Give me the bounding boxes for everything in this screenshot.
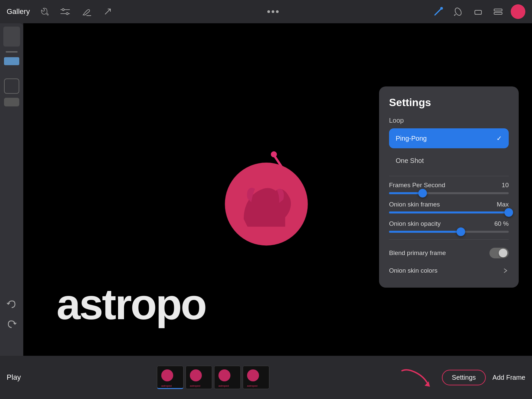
fps-slider-fill [389,192,423,194]
play-button[interactable]: Play [7,373,21,382]
blend-primary-label: Blend primary frame [389,249,446,257]
color-swatch[interactable] [511,4,525,19]
onion-opacity-label: Onion skin opacity [389,220,441,227]
logo-illustration [210,144,323,258]
top-bar-left: Gallery [7,4,115,19]
layer-thumbnail-1[interactable] [3,27,20,47]
one-shot-option[interactable]: One Shot [389,151,509,171]
add-frame-button[interactable]: Add Frame [492,374,525,381]
layers-tool[interactable] [491,4,505,19]
onion-frames-label: Onion skin frames [389,201,440,208]
fps-label-row: Frames Per Second 10 [389,182,509,189]
adjustments-button[interactable] [58,4,72,19]
stroke-button[interactable] [79,4,94,19]
settings-arrow-annotation [395,364,435,391]
svg-text:astroped: astroped [161,384,172,387]
onion-frames-slider-thumb[interactable] [504,208,513,217]
fps-slider-track[interactable] [389,192,509,194]
eraser-tool[interactable] [471,4,485,19]
frame-thumb-3[interactable]: astroped [214,366,241,389]
undo-redo-controls [3,296,20,332]
onion-frames-slider-track[interactable] [389,211,509,213]
svg-point-0 [62,9,64,11]
toggle-knob [499,249,507,257]
undo-button[interactable] [3,296,20,313]
gallery-button[interactable]: Gallery [7,7,30,16]
frame-thumb-4[interactable]: astroped [243,366,269,389]
svg-point-3 [66,13,68,15]
smudge-tool[interactable] [451,4,466,19]
bottom-actions: Settings Add Frame [395,364,525,391]
onion-frames-slider-row: Onion skin frames Max [389,201,509,213]
canvas-text: astropo [57,279,206,329]
svg-point-9 [440,7,443,10]
svg-line-8 [435,8,442,15]
svg-line-7 [105,9,110,14]
onion-opacity-slider-row: Onion skin opacity 60 % [389,220,509,233]
sidebar-slider [6,51,18,53]
more-options-icon[interactable] [267,10,279,13]
loop-label: Loop [389,117,509,124]
blend-primary-row: Blend primary frame [389,245,509,261]
top-bar-center [267,10,279,13]
onion-colors-row[interactable]: Onion skin colors [389,264,509,278]
settings-panel: Settings Loop Ping-Pong ✓ One Shot Frame… [379,86,519,288]
divider-2 [389,239,509,240]
svg-point-20 [161,369,173,381]
sidebar-small-box[interactable] [4,98,19,106]
top-bar-right [431,4,525,19]
onion-opacity-slider-thumb[interactable] [457,227,465,236]
blend-primary-toggle[interactable] [489,248,509,258]
svg-rect-14 [494,9,502,11]
frame-thumb-1[interactable]: astroped [157,366,184,389]
chevron-right-icon [502,267,509,274]
layer-thumbnail-active[interactable] [4,57,19,65]
onion-opacity-slider-fill [389,231,461,233]
fps-label: Frames Per Second [389,182,445,189]
onion-frames-label-row: Onion skin frames Max [389,201,509,208]
ping-pong-label: Ping-Pong [396,135,427,142]
export-button[interactable] [100,4,115,19]
onion-opacity-value: 60 % [494,220,509,227]
svg-text:astroped: astroped [218,384,229,387]
one-shot-label: One Shot [396,157,424,165]
ping-pong-option[interactable]: Ping-Pong ✓ [389,128,509,148]
svg-text:astroped: astroped [190,384,200,387]
selected-checkmark: ✓ [496,134,502,142]
svg-point-17 [271,151,277,157]
svg-rect-12 [475,10,481,14]
settings-button[interactable]: Settings [442,370,486,385]
brush-tool[interactable] [431,4,446,19]
onion-opacity-slider-track[interactable] [389,231,509,233]
bottom-bar: Play astroped astroped astroped [0,356,532,399]
svg-text:astroped: astroped [247,384,257,387]
frame-thumb-2[interactable]: astroped [186,366,212,389]
top-bar: Gallery [0,0,532,23]
svg-point-23 [190,369,202,381]
frames-container: astroped astroped astroped astroped [31,366,395,389]
svg-line-11 [454,14,456,16]
svg-point-29 [247,369,259,381]
fps-slider-row: Frames Per Second 10 [389,182,509,194]
fps-value: 10 [502,182,509,189]
svg-point-26 [218,369,230,381]
svg-rect-15 [494,12,502,14]
redo-button[interactable] [3,316,20,332]
onion-frames-slider-fill [389,211,509,213]
settings-title: Settings [389,96,509,109]
wrench-button[interactable] [37,4,51,19]
frame-box[interactable] [4,78,19,94]
onion-opacity-label-row: Onion skin opacity 60 % [389,220,509,227]
fps-slider-thumb[interactable] [418,189,427,198]
divider-1 [389,176,509,176]
onion-frames-value: Max [497,201,509,208]
onion-colors-label: Onion skin colors [389,267,438,274]
